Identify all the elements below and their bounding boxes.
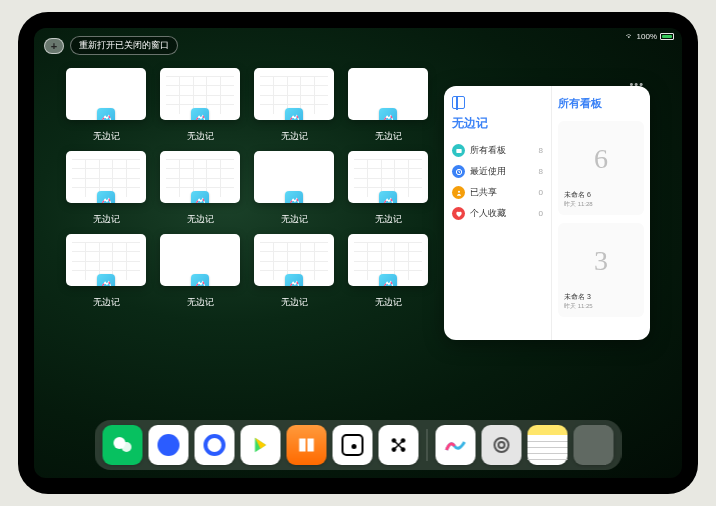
window-label: 无边记 xyxy=(254,213,334,226)
recent-icon xyxy=(452,165,465,178)
window-label: 无边记 xyxy=(254,130,334,143)
board-sketch: 3 xyxy=(564,229,638,292)
freeform-app-icon xyxy=(97,274,115,286)
window-label: 无边记 xyxy=(348,130,428,143)
svg-point-10 xyxy=(499,442,505,448)
all-icon xyxy=(452,144,465,157)
board-card[interactable]: 3 未命名 3 昨天 11:25 xyxy=(558,223,644,317)
dock-app-dots[interactable] xyxy=(379,425,419,465)
window-label: 无边记 xyxy=(160,213,240,226)
top-bar: + 重新打开已关闭的窗口 xyxy=(44,36,178,55)
window-label: 无边记 xyxy=(66,296,146,309)
svg-point-4 xyxy=(122,442,132,452)
window-thumbnail[interactable]: 无边记 xyxy=(348,151,428,226)
battery-label: 100% xyxy=(637,32,657,41)
shared-icon xyxy=(452,186,465,199)
wifi-icon: ᯤ xyxy=(626,32,634,41)
window-thumbnail[interactable]: 无边记 xyxy=(348,234,428,309)
sidebar-folder-shared[interactable]: 已共享 0 xyxy=(452,182,543,203)
dock-app-notes[interactable] xyxy=(528,425,568,465)
dock-app-quark-blue[interactable] xyxy=(149,425,189,465)
screen: ᯤ 100% + 重新打开已关闭的窗口 无边记 无边记 无边记 无边记 xyxy=(34,28,682,478)
freeform-app-icon xyxy=(285,191,303,203)
freeform-app-icon xyxy=(379,274,397,286)
fav-icon xyxy=(452,207,465,220)
window-thumbnail[interactable]: 无边记 xyxy=(66,68,146,143)
dock-app-wechat[interactable] xyxy=(103,425,143,465)
sidebar-toggle-icon[interactable] xyxy=(452,96,465,109)
sidebar-folder-fav[interactable]: 个人收藏 0 xyxy=(452,203,543,224)
freeform-app-icon xyxy=(97,191,115,203)
dock-app-settings[interactable] xyxy=(482,425,522,465)
board-sketch: 6 xyxy=(564,127,638,190)
board-card[interactable]: 6 未命名 6 昨天 11:28 xyxy=(558,121,644,215)
dock-separator xyxy=(427,429,428,461)
freeform-app-icon xyxy=(285,274,303,286)
freeform-panel: 无边记 所有看板 8 最近使用 8 已共享 0 个人收藏 0 所有看板 6 未命… xyxy=(444,86,650,340)
window-label: 无边记 xyxy=(160,296,240,309)
sidebar-folder-all[interactable]: 所有看板 8 xyxy=(452,140,543,161)
window-thumbnail[interactable]: 无边记 xyxy=(160,68,240,143)
freeform-app-icon xyxy=(191,274,209,286)
folder-count: 0 xyxy=(539,209,543,218)
ipad-frame: ᯤ 100% + 重新打开已关闭的窗口 无边记 无边记 无边记 无边记 xyxy=(18,12,698,494)
dock-app-dice[interactable] xyxy=(333,425,373,465)
dock-app-books[interactable] xyxy=(287,425,327,465)
window-thumbnail[interactable]: 无边记 xyxy=(66,234,146,309)
window-label: 无边记 xyxy=(160,130,240,143)
svg-rect-0 xyxy=(456,149,461,153)
dock-app-quark-circle[interactable] xyxy=(195,425,235,465)
status-bar: ᯤ 100% xyxy=(626,32,674,41)
dock-app-apps[interactable] xyxy=(574,425,614,465)
folder-count: 0 xyxy=(539,188,543,197)
board-date: 昨天 11:25 xyxy=(564,302,638,311)
svg-point-2 xyxy=(458,190,460,192)
freeform-app-icon xyxy=(97,108,115,120)
panel-sidebar: 无边记 所有看板 8 最近使用 8 已共享 0 个人收藏 0 xyxy=(444,86,552,340)
window-label: 无边记 xyxy=(348,213,428,226)
folder-label: 最近使用 xyxy=(470,166,534,178)
freeform-app-icon xyxy=(191,108,209,120)
board-title: 未命名 3 xyxy=(564,292,638,302)
panel-content: 所有看板 6 未命名 6 昨天 11:283 未命名 3 昨天 11:25 xyxy=(552,86,650,340)
window-label: 无边记 xyxy=(66,213,146,226)
window-thumbnail[interactable]: 无边记 xyxy=(348,68,428,143)
window-label: 无边记 xyxy=(66,130,146,143)
panel-title: 无边记 xyxy=(452,115,543,132)
folder-label: 个人收藏 xyxy=(470,208,534,220)
window-thumbnail[interactable]: 无边记 xyxy=(160,234,240,309)
panel-right-title: 所有看板 xyxy=(558,96,644,111)
window-grid: 无边记 无边记 无边记 无边记 无边记 无边记 无边记 无边记 xyxy=(66,68,426,309)
window-thumbnail[interactable]: 无边记 xyxy=(254,151,334,226)
window-thumbnail[interactable]: 无边记 xyxy=(254,68,334,143)
window-label: 无边记 xyxy=(254,296,334,309)
freeform-app-icon xyxy=(379,191,397,203)
window-label: 无边记 xyxy=(348,296,428,309)
freeform-app-icon xyxy=(379,108,397,120)
folder-count: 8 xyxy=(539,167,543,176)
window-thumbnail[interactable]: 无边记 xyxy=(254,234,334,309)
svg-point-9 xyxy=(495,438,509,452)
sidebar-folder-recent[interactable]: 最近使用 8 xyxy=(452,161,543,182)
freeform-app-icon xyxy=(191,191,209,203)
window-thumbnail[interactable]: 无边记 xyxy=(66,151,146,226)
window-thumbnail[interactable]: 无边记 xyxy=(160,151,240,226)
battery-icon xyxy=(660,33,674,40)
reopen-closed-window-button[interactable]: 重新打开已关闭的窗口 xyxy=(70,36,178,55)
dock-app-play[interactable] xyxy=(241,425,281,465)
dock-app-freeform[interactable] xyxy=(436,425,476,465)
folder-label: 所有看板 xyxy=(470,145,534,157)
board-date: 昨天 11:28 xyxy=(564,200,638,209)
board-title: 未命名 6 xyxy=(564,190,638,200)
folder-count: 8 xyxy=(539,146,543,155)
folder-label: 已共享 xyxy=(470,187,534,199)
dock xyxy=(95,420,622,470)
new-window-button[interactable]: + xyxy=(44,38,64,54)
freeform-app-icon xyxy=(285,108,303,120)
